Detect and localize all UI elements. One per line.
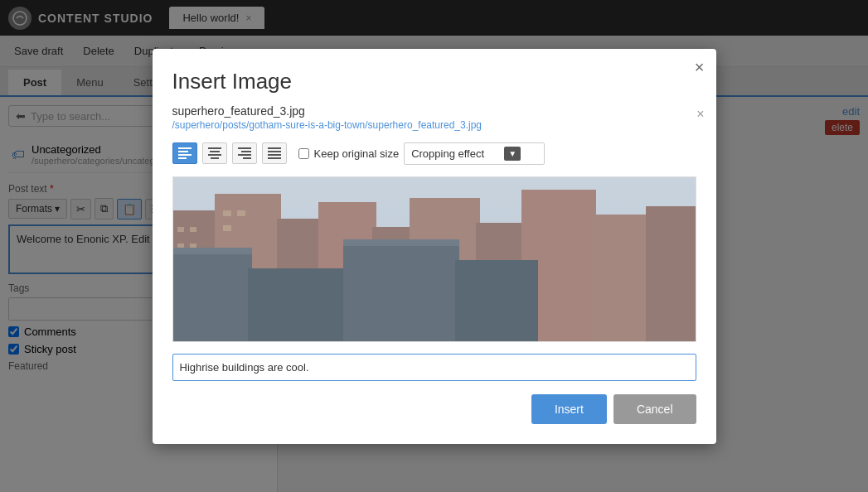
svg-rect-10 (241, 151, 251, 152)
caption-input[interactable] (172, 354, 696, 381)
keep-original-size-label: Keep original size (314, 147, 400, 160)
modal-filepath: /superhero/posts/gotham-sure-is-a-big-to… (172, 119, 696, 131)
svg-rect-12 (243, 157, 251, 159)
svg-rect-1 (178, 147, 192, 149)
insert-image-modal: × Insert Image superhero_featured_3.jpg … (153, 49, 716, 444)
insert-button[interactable]: Insert (531, 394, 607, 424)
svg-rect-7 (208, 154, 221, 156)
svg-rect-14 (268, 151, 281, 152)
svg-rect-15 (268, 154, 281, 156)
modal-close-button[interactable]: × (695, 59, 705, 75)
modal-title: Insert Image (172, 69, 696, 94)
align-right-button[interactable] (232, 142, 257, 164)
svg-rect-8 (211, 157, 219, 159)
svg-rect-2 (178, 151, 188, 152)
cropping-effect-label: Cropping effect (411, 147, 484, 160)
cancel-button[interactable]: Cancel (613, 394, 696, 424)
svg-rect-13 (268, 147, 281, 149)
svg-rect-9 (238, 147, 251, 149)
modal-overlay: × Insert Image superhero_featured_3.jpg … (0, 0, 868, 492)
svg-rect-3 (178, 154, 192, 156)
keep-original-size-container: Keep original size (298, 147, 400, 160)
cropping-effect-dropdown[interactable]: Cropping effect ▼ (404, 142, 545, 165)
svg-rect-6 (210, 151, 220, 152)
image-preview (172, 176, 696, 342)
svg-rect-41 (173, 177, 696, 342)
keep-original-size-checkbox[interactable] (298, 148, 309, 159)
align-center-button[interactable] (202, 142, 227, 164)
modal-filename: superhero_featured_3.jpg (172, 104, 696, 118)
city-image-svg (173, 177, 696, 342)
svg-rect-4 (178, 157, 187, 159)
align-justify-button[interactable] (262, 142, 287, 164)
modal-toolbar: Keep original size Cropping effect ▼ (172, 142, 696, 165)
cropping-dropdown-arrow: ▼ (504, 147, 521, 161)
svg-rect-16 (268, 157, 281, 159)
modal-buttons: Insert Cancel (172, 394, 696, 424)
align-left-button[interactable] (172, 142, 197, 164)
file-close-icon[interactable]: × (696, 107, 704, 122)
svg-rect-5 (208, 147, 221, 149)
svg-rect-11 (238, 154, 251, 156)
